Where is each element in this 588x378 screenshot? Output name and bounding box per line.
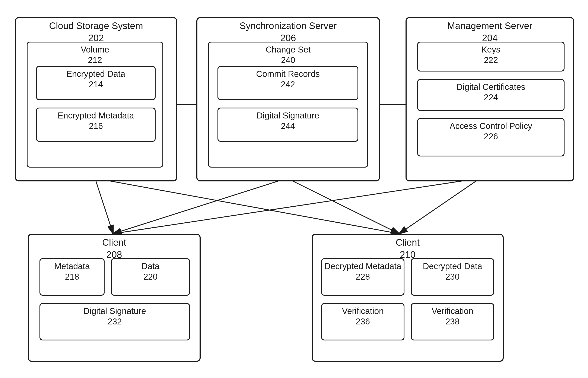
cloud-storage-box: Cloud Storage System 202 Volume 212 Encr… [15, 17, 177, 181]
verification-238-title: Verification [412, 304, 493, 317]
metadata-number: 218 [40, 272, 104, 282]
decrypted-metadata-box: Decrypted Metadata 228 [321, 258, 404, 296]
client-210-box: Client 210 Decrypted Metadata 228 Decryp… [312, 234, 504, 362]
client-208-box: Client 208 Metadata 218 Data 220 Digital… [28, 234, 201, 362]
metadata-title: Metadata [40, 259, 104, 272]
commit-records-title: Commit Records [218, 67, 358, 80]
encrypted-metadata-title: Encrypted Metadata [37, 108, 155, 121]
verification-238-box: Verification 238 [411, 303, 494, 340]
access-control-policy-number: 226 [418, 132, 564, 141]
commit-records-box: Commit Records 242 [217, 66, 358, 100]
encrypted-data-title: Encrypted Data [37, 67, 155, 80]
keys-box: Keys 222 [417, 42, 564, 71]
svg-line-10 [113, 178, 480, 234]
verification-238-number: 238 [412, 317, 493, 326]
digital-certificates-box: Digital Certificates 224 [417, 79, 564, 111]
decrypted-data-number: 230 [412, 272, 493, 282]
svg-line-6 [95, 178, 113, 234]
volume-number: 212 [27, 55, 162, 65]
data-number: 220 [112, 272, 189, 282]
svg-line-9 [287, 178, 399, 234]
verification-236-title: Verification [322, 304, 404, 317]
digital-certificates-number: 224 [418, 93, 564, 102]
encrypted-metadata-number: 216 [37, 121, 155, 131]
digital-certificates-title: Digital Certificates [418, 80, 564, 93]
encrypted-data-box: Encrypted Data 214 [36, 66, 156, 100]
management-server-box: Management Server 204 Keys 222 Digital C… [405, 17, 574, 181]
encrypted-metadata-box: Encrypted Metadata 216 [36, 108, 156, 142]
digital-signature-client-title: Digital Signature [40, 304, 189, 317]
data-title: Data [112, 259, 189, 272]
decrypted-metadata-title: Decrypted Metadata [322, 259, 404, 272]
volume-box: Volume 212 Encrypted Data 214 Encrypted … [27, 42, 163, 168]
keys-title: Keys [418, 42, 564, 55]
diagram: Cloud Storage System 202 Volume 212 Encr… [0, 0, 588, 378]
decrypted-data-title: Decrypted Data [412, 259, 493, 272]
verification-236-number: 236 [322, 317, 404, 326]
keys-number: 222 [418, 55, 564, 65]
decrypted-metadata-number: 228 [322, 272, 404, 282]
access-control-policy-box: Access Control Policy 226 [417, 118, 564, 156]
digital-signature-client-number: 232 [40, 317, 189, 326]
digital-signature-client-box: Digital Signature 232 [40, 303, 190, 340]
client-208-title: Client [29, 235, 200, 249]
svg-line-8 [113, 178, 287, 234]
svg-line-7 [95, 178, 399, 234]
commit-records-number: 242 [218, 80, 358, 89]
change-set-number: 240 [209, 55, 367, 65]
data-box: Data 220 [111, 258, 190, 296]
encrypted-data-number: 214 [37, 80, 155, 89]
decrypted-data-box: Decrypted Data 230 [411, 258, 494, 296]
sync-server-title: Synchronization Server [197, 18, 379, 33]
sync-server-box: Synchronization Server 206 Change Set 24… [196, 17, 380, 181]
metadata-box: Metadata 218 [40, 258, 105, 296]
cloud-storage-title: Cloud Storage System [16, 18, 176, 33]
digital-signature-sync-number: 244 [218, 121, 358, 131]
digital-signature-sync-title: Digital Signature [218, 108, 358, 121]
change-set-title: Change Set [209, 42, 367, 55]
access-control-policy-title: Access Control Policy [418, 119, 564, 132]
client-210-title: Client [313, 235, 503, 249]
change-set-box: Change Set 240 Commit Records 242 Digita… [208, 42, 368, 168]
svg-line-11 [399, 178, 480, 234]
digital-signature-sync-box: Digital Signature 244 [217, 108, 358, 142]
management-server-title: Management Server [407, 18, 573, 33]
verification-236-box: Verification 236 [321, 303, 404, 340]
volume-title: Volume [27, 42, 162, 55]
